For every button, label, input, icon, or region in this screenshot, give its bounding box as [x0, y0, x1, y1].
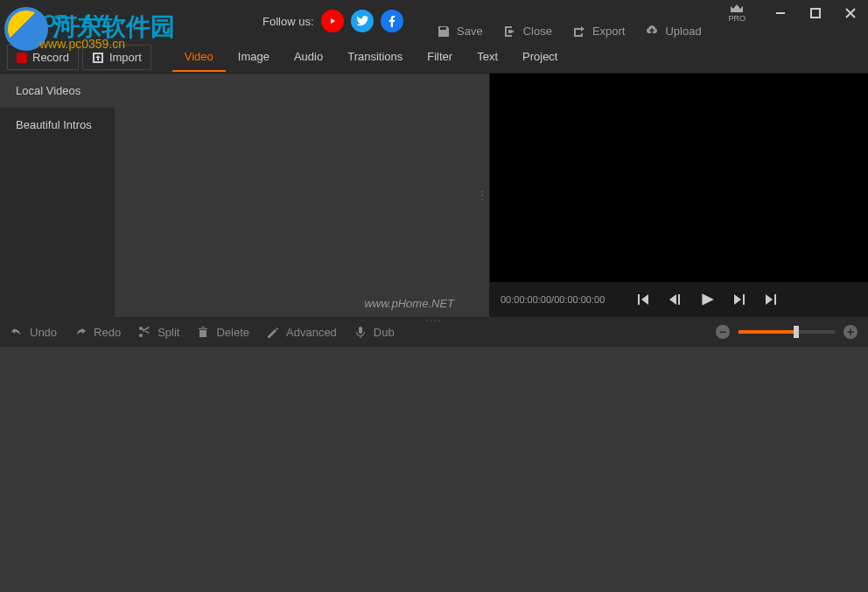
- dub-button[interactable]: Dub: [354, 326, 395, 339]
- sidebar: Local Videos Beautiful Intros: [0, 74, 115, 317]
- preview-video[interactable]: [490, 74, 868, 282]
- save-button[interactable]: Save: [438, 25, 483, 38]
- window-controls: PRO: [728, 0, 868, 26]
- preview-panel: 00:00:00:00/00:00:00:00: [490, 74, 868, 317]
- record-icon: [17, 53, 27, 63]
- tab-project[interactable]: Project: [510, 43, 570, 72]
- tab-audio[interactable]: Audio: [282, 43, 335, 72]
- redo-button[interactable]: Redo: [74, 326, 121, 339]
- delete-button[interactable]: Delete: [197, 326, 249, 339]
- import-button[interactable]: Import: [82, 45, 151, 70]
- prev-frame-button[interactable]: [668, 292, 682, 307]
- minimize-button[interactable]: [763, 0, 798, 26]
- zoom-controls: − +: [716, 325, 858, 339]
- upload-button[interactable]: Upload: [646, 25, 701, 38]
- close-window-button[interactable]: [833, 0, 868, 26]
- facebook-icon[interactable]: [381, 10, 403, 32]
- play-button[interactable]: [699, 292, 715, 307]
- media-panel: ⋮ www.pHome.NET: [115, 74, 490, 317]
- advanced-button[interactable]: Advanced: [267, 326, 337, 339]
- close-button[interactable]: Close: [504, 25, 552, 38]
- youtube-icon[interactable]: [321, 10, 344, 32]
- timeline[interactable]: [0, 347, 868, 592]
- zoom-in-button[interactable]: +: [844, 325, 858, 339]
- zoom-slider[interactable]: [738, 330, 835, 334]
- svg-rect-1: [811, 9, 820, 18]
- zoom-slider-fill: [738, 330, 796, 334]
- preview-controls: 00:00:00:00/00:00:00:00: [490, 282, 868, 317]
- zoom-out-button[interactable]: −: [716, 325, 730, 339]
- tab-filter[interactable]: Filter: [415, 43, 465, 72]
- svg-rect-0: [776, 12, 785, 14]
- skip-start-button[interactable]: [636, 292, 650, 307]
- pro-badge[interactable]: PRO: [728, 4, 746, 23]
- sidebar-item-beautiful-intros[interactable]: Beautiful Intros: [0, 108, 115, 142]
- zoom-slider-thumb[interactable]: [794, 326, 799, 338]
- undo-button[interactable]: Undo: [10, 326, 57, 339]
- next-frame-button[interactable]: [732, 292, 746, 307]
- tab-text[interactable]: Text: [465, 43, 510, 72]
- tab-image[interactable]: Image: [226, 43, 282, 72]
- play-controls: [636, 292, 778, 307]
- twitter-icon[interactable]: [351, 10, 374, 32]
- top-actions: Save Close Export Upload: [438, 25, 702, 38]
- follow-section: Follow us:: [262, 10, 403, 32]
- edit-toolbar: Undo Redo Split Delete Advanced Dub − +: [0, 317, 868, 347]
- export-button[interactable]: Export: [573, 25, 626, 38]
- app-logo: GOPLAY: [14, 11, 106, 32]
- watermark-text: www.pHome.NET: [364, 297, 454, 310]
- tab-video[interactable]: Video: [172, 43, 226, 72]
- media-tabs: Video Image Audio Transitions Filter Tex…: [172, 43, 570, 72]
- split-button[interactable]: Split: [138, 326, 179, 339]
- content-area: Local Videos Beautiful Intros ⋮ www.pHom…: [0, 74, 868, 317]
- follow-label: Follow us:: [262, 15, 314, 28]
- maximize-button[interactable]: [798, 0, 833, 26]
- main-toolbar: Record Import Video Image Audio Transiti…: [0, 42, 868, 74]
- title-bar: GOPLAY Follow us: Save Close Export Uplo…: [0, 0, 868, 42]
- timecode: 00:00:00:00/00:00:00:00: [500, 294, 605, 305]
- tab-transitions[interactable]: Transitions: [335, 43, 415, 72]
- panel-resize-handle[interactable]: ⋮: [477, 189, 487, 201]
- skip-end-button[interactable]: [764, 292, 778, 307]
- record-button[interactable]: Record: [7, 45, 79, 70]
- sidebar-item-local-videos[interactable]: Local Videos: [0, 74, 115, 108]
